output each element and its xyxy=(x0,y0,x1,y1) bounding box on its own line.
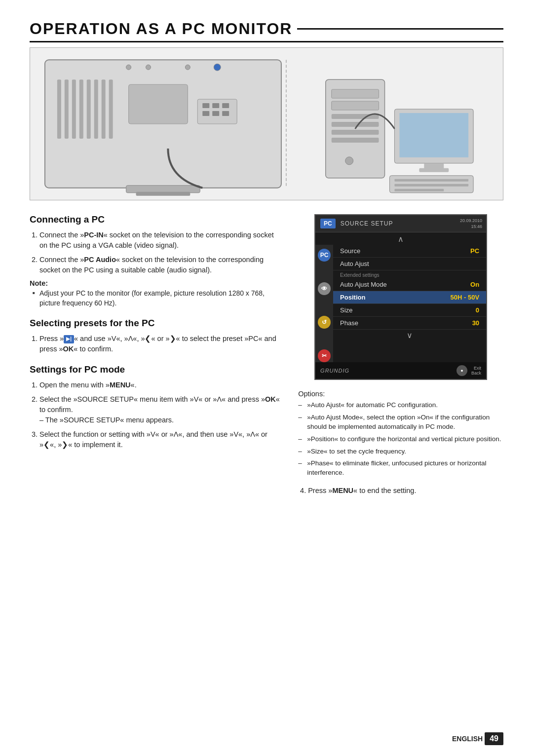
options-section: Options: »Auto Ajust« for automatic PC c… xyxy=(298,390,503,481)
eye-icon: 👁 xyxy=(318,282,331,295)
svg-rect-17 xyxy=(212,111,219,116)
auto-ajust-row: Auto Ajust xyxy=(333,258,486,270)
tv-menu-icons: PC 👁 ↺ ✂ xyxy=(315,245,333,362)
option-2: »Auto Ajust Mode«, select the option »On… xyxy=(298,413,503,432)
auto-ajust-mode-value: On xyxy=(470,281,479,288)
svg-rect-35 xyxy=(419,168,449,172)
svg-rect-28 xyxy=(332,122,379,127)
note-block: Note: Adjust your PC to the monitor (for… xyxy=(30,279,280,308)
svg-rect-8 xyxy=(94,79,98,139)
tv-menu-screen: PC SOURCE SETUP 20.09.2010 15:46 ∧ PC 👁 … xyxy=(314,214,487,380)
source-label: Source xyxy=(340,247,470,255)
tv-menu-rows: Source PC Auto Ajust Extended settings A… xyxy=(333,245,486,362)
tools-icon: ✂ xyxy=(318,349,331,362)
option-3: »Position« to configure the horizontal a… xyxy=(298,435,503,444)
svg-rect-1 xyxy=(126,186,200,193)
grundig-logo: GRUNDIG xyxy=(320,368,349,374)
tv-menu-footer: GRUNDIG ● Exit Back xyxy=(315,362,486,379)
option-5: »Phase« to eliminate flicker, unfocused … xyxy=(298,459,503,478)
page-title: OPERATION AS A PC MONITOR xyxy=(30,20,503,42)
connecting-steps: Connect the »PC-IN« socket on the televi… xyxy=(30,230,280,275)
svg-rect-26 xyxy=(332,101,379,110)
step-4: Press »MENU« to end the setting. xyxy=(308,486,503,496)
svg-rect-15 xyxy=(222,103,229,108)
settings-icon: ↺ xyxy=(318,316,331,329)
option-1: »Auto Ajust« for automatic PC configurat… xyxy=(298,401,503,410)
step-4-list: Press »MENU« to end the setting. xyxy=(298,486,503,500)
hero-image xyxy=(30,47,503,200)
svg-rect-29 xyxy=(332,130,379,135)
svg-rect-18 xyxy=(222,111,229,116)
options-list: »Auto Ajust« for automatic PC configurat… xyxy=(298,401,503,478)
note-title: Note: xyxy=(30,279,280,287)
svg-rect-14 xyxy=(212,103,219,108)
source-row: Source PC xyxy=(333,245,486,258)
size-label: Size xyxy=(340,306,476,314)
phase-label: Phase xyxy=(340,319,472,327)
svg-rect-10 xyxy=(109,79,113,139)
phase-row: Phase 30 xyxy=(333,317,486,330)
option-4: »Size« to set the cycle frequency. xyxy=(298,447,503,456)
size-row: Size 0 xyxy=(333,304,486,317)
left-column: Connecting a PC Connect the »PC-IN« sock… xyxy=(30,214,280,504)
svg-point-21 xyxy=(185,65,190,70)
position-value: 50H - 50V xyxy=(451,294,480,301)
svg-rect-3 xyxy=(57,79,61,139)
pc-audio-bold: PC Audio xyxy=(84,256,116,264)
auto-ajust-mode-row: Auto Ajust Mode On xyxy=(333,278,486,291)
svg-point-31 xyxy=(345,157,353,165)
main-content: Connecting a PC Connect the »PC-IN« sock… xyxy=(30,214,503,504)
svg-point-19 xyxy=(126,65,131,70)
footer-page-number: 49 xyxy=(485,732,503,745)
settings-step-3: Select the function or setting with »V« … xyxy=(39,429,280,450)
ok-bold-2: OK xyxy=(265,395,276,403)
svg-point-20 xyxy=(146,65,151,70)
phase-value: 30 xyxy=(472,319,479,327)
settings-step-2: Select the »SOURCE SETUP« menu item with… xyxy=(39,394,280,425)
exit-button: ● xyxy=(457,365,467,376)
menu-button-icon: ▶| xyxy=(64,335,74,343)
tv-menu-body: PC 👁 ↺ ✂ Source PC Auto Ajust Extended s… xyxy=(315,245,486,362)
svg-point-22 xyxy=(214,64,221,71)
svg-rect-7 xyxy=(87,79,91,139)
exit-back-label: Exit Back xyxy=(471,366,481,376)
source-setup-label: SOURCE SETUP xyxy=(341,220,393,227)
footer-language: ENGLISH xyxy=(452,735,483,743)
svg-rect-25 xyxy=(332,89,379,98)
selecting-step-1: Press »▶|« and use »V«, »Λ«, »❮« or »❯« … xyxy=(39,334,280,354)
selecting-steps: Press »▶|« and use »V«, »Λ«, »❮« or »❯« … xyxy=(30,334,280,354)
svg-rect-13 xyxy=(202,103,209,108)
svg-rect-11 xyxy=(129,84,188,124)
ok-bold: OK xyxy=(63,345,74,353)
menu-bold-4: MENU xyxy=(332,487,353,494)
connecting-heading: Connecting a PC xyxy=(30,214,280,225)
settings-steps: Open the menu with »MENU«. Select the »S… xyxy=(30,380,280,450)
settings-step-1: Open the menu with »MENU«. xyxy=(39,380,280,390)
svg-rect-30 xyxy=(332,138,379,143)
pc-icon: PC xyxy=(318,249,331,262)
position-label: Position xyxy=(340,294,450,301)
tv-menu-header: PC SOURCE SETUP 20.09.2010 15:46 xyxy=(315,215,486,232)
svg-rect-6 xyxy=(79,79,83,139)
selecting-heading: Selecting presets for the PC xyxy=(30,318,280,329)
up-arrow: ∧ xyxy=(315,232,486,245)
svg-rect-39 xyxy=(394,189,444,191)
svg-rect-4 xyxy=(65,79,69,139)
right-column: PC SOURCE SETUP 20.09.2010 15:46 ∧ PC 👁 … xyxy=(298,214,503,504)
auto-ajust-mode-label: Auto Ajust Mode xyxy=(340,281,470,288)
svg-rect-5 xyxy=(72,79,76,139)
size-value: 0 xyxy=(476,306,479,314)
pc-badge: PC xyxy=(320,219,336,228)
extended-label: Extended settings xyxy=(333,270,486,278)
auto-ajust-label: Auto Ajust xyxy=(340,260,479,267)
connecting-step-1: Connect the »PC-IN« socket on the televi… xyxy=(39,230,280,251)
svg-rect-2 xyxy=(136,192,190,196)
svg-rect-37 xyxy=(394,179,468,182)
settings-heading: Settings for PC mode xyxy=(30,364,280,375)
svg-rect-33 xyxy=(399,113,468,157)
note-item-1: Adjust your PC to the monitor (for examp… xyxy=(33,289,280,308)
pc-in-bold: PC-IN xyxy=(84,231,103,239)
source-value: PC xyxy=(470,247,479,255)
svg-rect-9 xyxy=(102,79,106,139)
page-footer: ENGLISH 49 xyxy=(452,732,503,745)
